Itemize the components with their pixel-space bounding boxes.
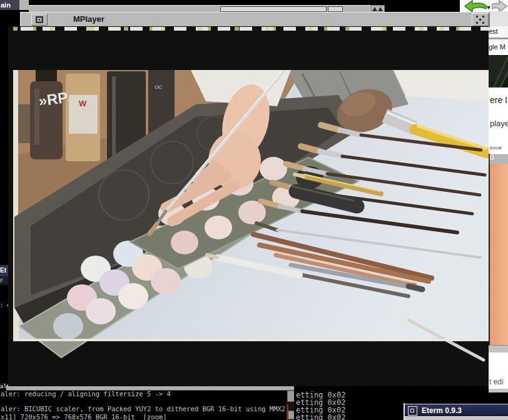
eterm-titlebar[interactable]: Eterm 0.9.3 xyxy=(405,404,508,417)
terminal-line: etting 0x02 xyxy=(296,413,345,420)
main-window-title-fragment[interactable]: ain xyxy=(0,0,19,10)
mplayer-video-area[interactable]: W OC xyxy=(8,26,489,386)
scrollbar-accent xyxy=(287,404,288,420)
page-heading: ere I xyxy=(490,95,507,105)
video-frame: W OC xyxy=(8,26,489,386)
left-terminal-titlebar[interactable]: Et xyxy=(0,265,8,276)
eterm-title: Eterm 0.9.3 xyxy=(422,406,462,415)
window-menu-icon xyxy=(36,16,43,23)
left-terminal-menu[interactable]: F xyxy=(0,276,8,285)
main-terminal[interactable]: aler: reducing / aligning filtersize 5 -… xyxy=(0,389,287,420)
desktop: ain est He gle M ere I playe escal t edi… xyxy=(0,0,508,420)
terminal-line: aler: BICUBIC scaler, from Packed YUY2 t… xyxy=(1,405,285,412)
window-menu-icon[interactable] xyxy=(408,406,417,416)
editor-text: t edi xyxy=(489,378,504,386)
mplayer-bottom-border[interactable] xyxy=(6,386,294,391)
eterm-menubar[interactable] xyxy=(405,416,508,420)
bookmark-toolbar-fragment[interactable]: est He xyxy=(489,26,508,38)
page-text-fragment: ere I playe escal xyxy=(489,88,508,154)
browser-toolbar-edge xyxy=(489,11,508,26)
editor-window-border xyxy=(489,389,508,392)
mplayer-menu-button[interactable] xyxy=(31,14,48,26)
page-link[interactable]: playe xyxy=(490,119,508,128)
page-image-fragment xyxy=(489,55,508,88)
left-terminal-body[interactable]: : c : 31: ng xyxy=(0,285,8,324)
editor-window-fragment: t edi xyxy=(489,352,508,389)
resize-dots-icon xyxy=(476,16,484,24)
terminal-line: aler: reducing / aligning filtersize 5 -… xyxy=(1,390,171,398)
peach-window-titlebar[interactable] xyxy=(489,154,508,164)
mplayer-title: MPlayer xyxy=(73,14,104,24)
page-small-text: escal xyxy=(490,145,502,151)
background-window-slot xyxy=(220,6,327,12)
terminal-scrollbar[interactable] xyxy=(287,389,294,420)
terminal-line: x11] 720x576 => 768x576 BGR 16-bit [zoom… xyxy=(1,413,167,420)
background-window-slot-small xyxy=(328,6,343,12)
left-terminal-line: : c xyxy=(0,301,8,309)
back-arrow-icon[interactable] xyxy=(464,0,487,13)
main-window-button-fragment[interactable] xyxy=(19,0,29,10)
peach-window-content xyxy=(489,164,508,345)
back-dropdown-icon[interactable] xyxy=(487,6,490,9)
mplayer-resize-button[interactable] xyxy=(472,13,489,26)
video-grain-overlay xyxy=(8,26,489,386)
